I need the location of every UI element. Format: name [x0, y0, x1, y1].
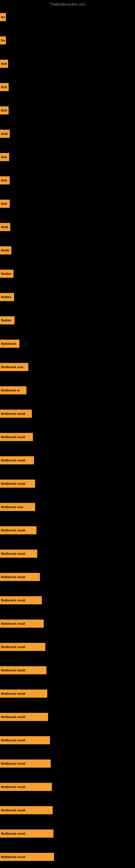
bar-row: Bottleneck result [0, 519, 135, 542]
bar: Bottl [0, 223, 10, 231]
bar-label: Bott [1, 202, 7, 205]
bar-label: Bottleneck result [1, 785, 25, 788]
bar: Bottleneck result [0, 783, 52, 791]
bar-label: Bottleneck result [1, 435, 25, 439]
bar: Bottleneck result [0, 689, 47, 698]
bar-row: Bottlen [0, 309, 135, 332]
bar: Bottleneck result [0, 550, 37, 558]
bar: Bottleneck result [0, 666, 46, 674]
bar-label: Bottleneck result [1, 412, 25, 415]
bar-label: Bottleneck result [1, 599, 25, 602]
bar-label: Bottl [1, 132, 8, 135]
bar: Bott [0, 176, 10, 184]
bar: Bottleneck result [0, 853, 54, 861]
bar: Bottleneck [0, 340, 19, 348]
bar-row: Bott [0, 75, 135, 99]
bar-row: Bottlen [0, 262, 135, 285]
bar-row: Bottleneck resu [0, 495, 135, 519]
bar-row: Bottleneck result [0, 542, 135, 565]
bar-label: Bottleneck result [1, 832, 25, 835]
bar-row: Bott [0, 145, 135, 169]
bar: Bottleneck result [0, 806, 53, 814]
bar: Bottleneck resu [0, 503, 35, 511]
bar-label: Bo [1, 39, 5, 42]
bar: Bott [0, 106, 9, 115]
bar: Bottleneck result [0, 456, 34, 464]
bar-label: Bottleneck result [1, 645, 25, 649]
bar-row: Bott [0, 169, 135, 192]
bar-row: Bottleneck result [0, 659, 135, 682]
bar: Bo [0, 13, 6, 21]
bar: Bottleneck result [0, 830, 53, 838]
bar-row: Bottleneck result [0, 402, 135, 425]
bar: Bott [0, 60, 8, 68]
bar-row: Bo [0, 29, 135, 52]
bar-label: Bott [1, 62, 7, 65]
bar-label: Bottleneck result [1, 552, 25, 555]
bar-row: Bottleneck result [0, 728, 135, 752]
bar: Bottleneck result [0, 643, 45, 651]
bar-row: Bottleneck result [0, 799, 135, 822]
bar: Bottleneck result [0, 433, 33, 441]
bar-label: Bottl [1, 225, 8, 229]
bar: Bottleneck result [0, 760, 51, 768]
bar-row: Bott [0, 99, 135, 122]
bar: Bottlen [0, 293, 14, 301]
bar-label: Bottleneck result [1, 459, 25, 462]
bar: Bottleneck result [0, 410, 32, 418]
bar-label: Bottleneck result [1, 739, 25, 742]
bar: Bottleneck re [0, 386, 27, 394]
bar-label: Bottleneck result [1, 809, 25, 812]
bar-label: Bottleneck result [1, 669, 25, 672]
bar: Bottlen [0, 270, 13, 278]
bar: Bott [0, 83, 9, 91]
bar: Bo [0, 36, 6, 44]
bar-label: Bottleneck re [1, 389, 20, 392]
bar: Bottleneck result [0, 596, 42, 604]
bar-row: Bottle [0, 239, 135, 262]
bar-label: Bottleneck resu [1, 365, 24, 369]
bar-label: Bott [1, 155, 7, 159]
bar-label: Bott [1, 109, 7, 112]
bar-row: Bottleneck resu [0, 355, 135, 379]
bar: Bottleneck result [0, 573, 40, 581]
bar: Bottleneck result [0, 713, 48, 721]
bar-label: Bottleneck result [1, 529, 25, 532]
bar-row: Bottl [0, 215, 135, 239]
bar: Bott [0, 153, 9, 161]
bar-row: Bottleneck result [0, 822, 135, 845]
bar-row: Bottleneck result [0, 635, 135, 659]
bar-label: Bottlen [1, 272, 11, 275]
bar-row: Bottleneck result [0, 612, 135, 635]
bar-row: Bott [0, 52, 135, 75]
bar: Bottleneck result [0, 479, 35, 488]
bar-label: Bottleneck result [1, 762, 25, 765]
bar-label: Bo [1, 16, 5, 19]
bar-row: Bottlen [0, 285, 135, 309]
bar-row: Bottleneck result [0, 845, 135, 868]
bar: Bottleneck result [0, 736, 50, 744]
bar: Bottleneck resu [0, 363, 28, 371]
bar-label: Bottlen [1, 319, 11, 322]
bar-row: Bottleneck result [0, 472, 135, 495]
bar-row: Bottleneck result [0, 565, 135, 589]
bar-row: Bottleneck result [0, 775, 135, 799]
bar-row: Bottleneck result [0, 682, 135, 705]
bar-row: Bottleneck result [0, 589, 135, 612]
bar-label: Bott [1, 179, 7, 182]
bar-row: Bo [0, 5, 135, 29]
bar-label: Bott [1, 86, 7, 89]
bar: Bottleneck result [0, 620, 44, 628]
bar-label: Bottle [1, 249, 9, 252]
bars-container: BoBoBottBottBottBottlBottBottBottBottlBo… [0, 5, 135, 868]
bar-label: Bottleneck [1, 342, 16, 345]
bar: Bottl [0, 130, 10, 138]
bar-row: Bottleneck result [0, 448, 135, 472]
bar: Bottle [0, 246, 11, 254]
bar-row: Bottleneck result [0, 705, 135, 728]
bar-label: Bottleneck result [1, 855, 25, 859]
bar: Bottlen [0, 316, 14, 324]
bar: Bottleneck result [0, 526, 37, 534]
bar-row: Bott [0, 192, 135, 215]
bar-label: Bottleneck resu [1, 505, 24, 508]
